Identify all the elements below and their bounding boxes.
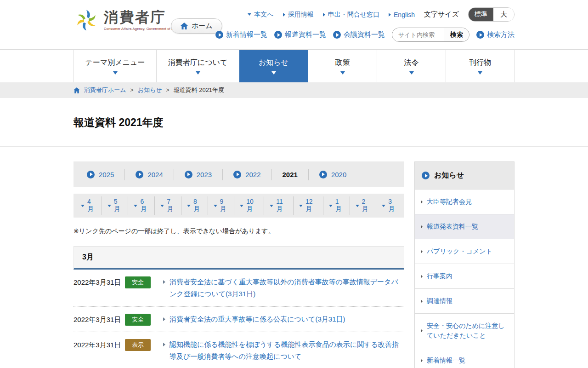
nav-policies[interactable]: 政策 bbox=[308, 50, 377, 82]
font-size-standard-button[interactable]: 標準 bbox=[469, 8, 493, 21]
nav-publications[interactable]: 刊行物 bbox=[446, 50, 514, 82]
month-tab-dec[interactable]: 12月 bbox=[294, 196, 323, 215]
press-release-link[interactable]: 認知機能に係る機能性を標ぼうする機能性表示食品の表示に関する改善指導及び一般消費… bbox=[170, 339, 404, 363]
press-list-link[interactable]: 報道資料一覧 bbox=[274, 30, 326, 39]
month-tab-mar[interactable]: 3月 bbox=[376, 196, 402, 215]
month-tab-aug[interactable]: 8月 bbox=[181, 196, 208, 215]
play-circle-icon bbox=[333, 31, 341, 39]
agency-logo[interactable]: 消費者庁 Consumer Affairs Agency, Government… bbox=[74, 7, 181, 33]
pinwheel-logo-icon bbox=[74, 7, 99, 33]
month-tabs: 4月 5月 6月 7月 8月 9月 10月 11月 12月 1月 2月 3月 bbox=[74, 194, 404, 218]
font-size-large-button[interactable]: 大 bbox=[493, 8, 514, 21]
play-circle-icon bbox=[274, 31, 282, 39]
sidebar-title: お知らせ bbox=[415, 162, 514, 189]
month-tab-jan[interactable]: 1月 bbox=[323, 196, 350, 215]
press-date: 2022年3月31日 bbox=[74, 276, 125, 288]
page-title: 報道資料 2021年度 bbox=[74, 98, 514, 146]
year-tab-2020[interactable]: 2020 bbox=[309, 169, 357, 180]
font-size-label: 文字サイズ bbox=[424, 10, 459, 19]
category-badge-safety: 安全 bbox=[125, 276, 151, 288]
year-tab-2025[interactable]: 2025 bbox=[76, 169, 125, 180]
month-tab-nov[interactable]: 11月 bbox=[264, 196, 294, 215]
sidebar-item-press-release-list[interactable]: 報道発表資料一覧 bbox=[415, 214, 514, 239]
play-circle-icon bbox=[87, 171, 95, 178]
link-disclaimer-note: ※リンク先のページの一部は終了し、表示できない場合があります。 bbox=[74, 227, 404, 236]
search-help-link[interactable]: 検索方法 bbox=[476, 30, 514, 39]
play-circle-icon bbox=[319, 171, 327, 178]
press-release-row: 2022年3月31日 安全 消費者安全法に基づく重大事故等以外の消費者事故等の事… bbox=[74, 270, 404, 307]
inquiry-link[interactable]: 申出・問合せ窓口 bbox=[323, 11, 379, 19]
recruit-link[interactable]: 採用情報 bbox=[283, 11, 314, 19]
press-release-row: 2022年3月31日 表示 認知機能に係る機能性を標ぼうする機能性表示食品の表示… bbox=[74, 332, 404, 368]
sidebar-item-press-conference[interactable]: 大臣等記者会見 bbox=[415, 189, 514, 214]
chevron-down-icon bbox=[478, 71, 482, 75]
press-release-list: 2022年3月31日 安全 消費者安全法に基づく重大事故等以外の消費者事故等の事… bbox=[74, 270, 404, 368]
sidebar-item-events[interactable]: 行事案内 bbox=[415, 264, 514, 288]
press-release-link[interactable]: 消費者安全法に基づく重大事故等以外の消費者事故等の事故情報データバンク登録につい… bbox=[170, 276, 404, 300]
agency-subtitle: Consumer Affairs Agency, Government of J… bbox=[104, 27, 181, 31]
month-tab-sep[interactable]: 9月 bbox=[208, 196, 235, 215]
chevron-down-icon bbox=[113, 71, 118, 75]
page-title-section: 報道資料 2021年度 bbox=[0, 98, 588, 147]
chevron-right-icon bbox=[163, 343, 165, 346]
month-tab-may[interactable]: 5月 bbox=[102, 196, 129, 215]
press-release-link[interactable]: 消費者安全法の重大事故等に係る公表について(3月31日) bbox=[170, 313, 404, 325]
home-button[interactable]: ホーム bbox=[171, 18, 222, 34]
sidebar-item-safety-cautions[interactable]: 安全・安心のために注意していただきたいこと bbox=[415, 313, 514, 348]
chevron-right-icon bbox=[421, 250, 423, 253]
chevron-down-icon bbox=[107, 205, 111, 207]
nav-about-caa[interactable]: 消費者庁について bbox=[156, 50, 239, 82]
chevron-down-icon bbox=[81, 205, 85, 207]
year-tab-2021-current: 2021 bbox=[272, 169, 309, 180]
category-badge-labeling: 表示 bbox=[125, 339, 151, 351]
month-tab-jul[interactable]: 7月 bbox=[155, 196, 181, 215]
month-tab-oct[interactable]: 10月 bbox=[234, 196, 264, 215]
english-link[interactable]: English bbox=[389, 11, 415, 18]
new-info-list-link[interactable]: 新着情報一覧 bbox=[215, 30, 267, 39]
chevron-down-icon bbox=[340, 71, 345, 75]
home-breadcrumb-icon bbox=[74, 87, 80, 93]
nav-theme-menu[interactable]: テーマ別メニュー bbox=[74, 50, 156, 82]
breadcrumb-separator: > bbox=[130, 87, 134, 93]
press-release-row: 2022年3月31日 安全 消費者安全法の重大事故等に係る公表について(3月31… bbox=[74, 307, 404, 332]
site-search: 検索 bbox=[392, 28, 469, 42]
search-button[interactable]: 検索 bbox=[444, 28, 469, 41]
chevron-down-icon bbox=[248, 13, 251, 16]
chevron-down-icon bbox=[134, 205, 137, 207]
font-size-toggle: 標準 大 bbox=[468, 7, 514, 22]
nav-news[interactable]: お知らせ bbox=[239, 50, 308, 82]
search-input[interactable] bbox=[392, 28, 444, 41]
nav-laws[interactable]: 法令 bbox=[377, 50, 446, 82]
month-tab-jun[interactable]: 6月 bbox=[128, 196, 155, 215]
play-circle-icon bbox=[185, 171, 192, 178]
skip-to-content-link[interactable]: 本文へ bbox=[248, 11, 273, 19]
year-tab-2023[interactable]: 2023 bbox=[174, 169, 223, 180]
month-tab-feb[interactable]: 2月 bbox=[350, 196, 377, 215]
breadcrumb-home-link[interactable]: 消費者庁ホーム bbox=[84, 86, 126, 94]
sidebar-item-public-comment[interactable]: パブリック・コメント bbox=[415, 239, 514, 264]
play-circle-icon bbox=[233, 171, 241, 178]
year-tab-2024[interactable]: 2024 bbox=[125, 169, 174, 180]
chevron-down-icon bbox=[214, 205, 217, 207]
site-header: 消費者庁 Consumer Affairs Agency, Government… bbox=[0, 0, 588, 50]
home-button-label: ホーム bbox=[192, 22, 213, 30]
chevron-down-icon bbox=[240, 205, 243, 207]
chevron-right-icon bbox=[389, 13, 391, 17]
chevron-right-icon bbox=[421, 225, 423, 229]
chevron-right-icon bbox=[421, 275, 423, 278]
chevron-right-icon bbox=[163, 280, 165, 284]
play-circle-icon bbox=[136, 171, 143, 178]
breadcrumb-news-link[interactable]: お知らせ bbox=[138, 86, 162, 94]
chevron-right-icon bbox=[421, 329, 423, 333]
chevron-down-icon bbox=[382, 205, 385, 207]
main-content: 2025 2024 2023 2022 2021 2020 bbox=[74, 161, 404, 368]
press-date: 2022年3月31日 bbox=[74, 313, 125, 326]
chevron-right-icon bbox=[421, 200, 423, 204]
chevron-right-icon bbox=[421, 359, 423, 362]
sidebar-item-new-info-list[interactable]: 新着情報一覧 bbox=[415, 348, 514, 368]
meeting-list-link[interactable]: 会議資料一覧 bbox=[333, 30, 385, 39]
month-tab-apr[interactable]: 4月 bbox=[75, 196, 102, 215]
year-tab-2022[interactable]: 2022 bbox=[223, 169, 271, 180]
play-circle-icon bbox=[422, 172, 430, 179]
sidebar-item-procurement[interactable]: 調達情報 bbox=[415, 288, 514, 313]
